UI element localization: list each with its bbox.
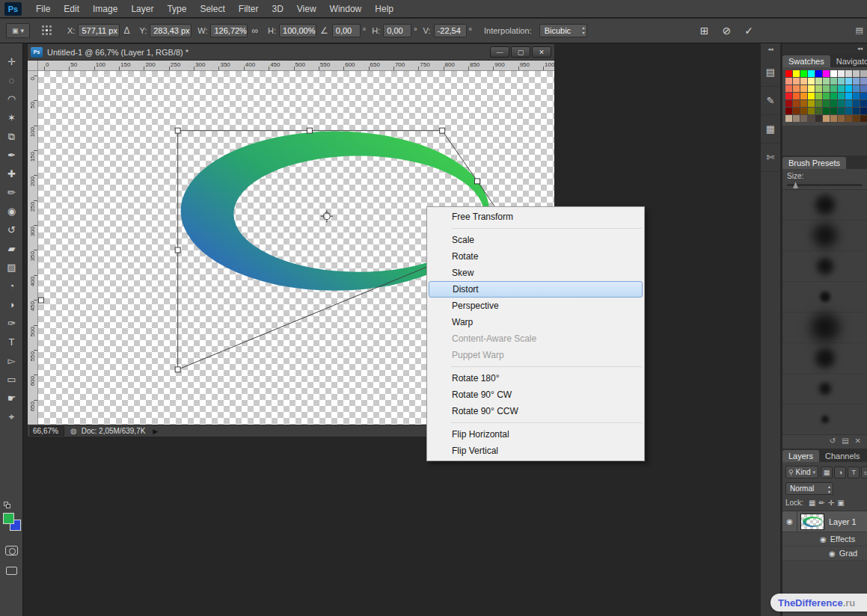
swatch[interactable] [853, 78, 860, 84]
swatch[interactable] [830, 93, 837, 99]
swatch[interactable] [838, 70, 845, 77]
swatch[interactable] [860, 85, 867, 92]
swatch[interactable] [860, 78, 867, 84]
brush-size-slider[interactable] [787, 184, 863, 186]
swatch[interactable] [853, 115, 860, 122]
context-item-rotate-90-cw[interactable]: Rotate 90° CW [427, 386, 644, 403]
swatch[interactable] [815, 78, 822, 84]
layer-filter-kind-select[interactable]: ⚲ Kind ▾ [785, 466, 818, 478]
swatch[interactable] [838, 78, 845, 84]
history-brush-tool[interactable]: ↺ [0, 221, 23, 239]
height-scale-input[interactable]: 100,00% [279, 24, 316, 37]
tab-brush-presets[interactable]: Brush Presets [782, 157, 846, 169]
interpolation-select[interactable]: Bicubic ▴▾ [539, 24, 587, 37]
link-dimensions-icon[interactable]: ∞ [251, 25, 258, 36]
layer-name[interactable]: Layer 1 [829, 517, 857, 526]
swatch[interactable] [860, 115, 867, 122]
path-selection-tool[interactable]: ▻ [0, 351, 23, 370]
context-item-rotate-90-ccw[interactable]: Rotate 90° CCW [427, 403, 644, 419]
type-tool[interactable]: T [0, 333, 23, 351]
swatch[interactable] [808, 115, 815, 122]
dodge-tool[interactable]: ◑ [0, 295, 23, 314]
pen-tool[interactable]: ✑ [0, 314, 23, 333]
swatch[interactable] [793, 85, 800, 92]
swatch[interactable] [785, 108, 792, 114]
swatch[interactable] [838, 85, 845, 92]
swatch[interactable] [800, 108, 807, 114]
swatch[interactable] [815, 70, 822, 77]
brush-preset[interactable] [782, 404, 867, 434]
default-colors-icon[interactable] [4, 502, 11, 509]
swatch[interactable] [800, 115, 807, 122]
swatch[interactable] [800, 100, 807, 107]
swatch[interactable] [793, 115, 800, 122]
h-skew-input[interactable]: 0,00 [383, 24, 411, 37]
swatch[interactable] [785, 115, 792, 122]
swatch[interactable] [823, 108, 830, 114]
swatch[interactable] [830, 70, 837, 77]
context-item-skew[interactable]: Skew [427, 265, 644, 281]
swatch[interactable] [785, 70, 792, 77]
brush-preset[interactable] [782, 312, 867, 343]
swatch[interactable] [793, 93, 800, 99]
lock-pixels-icon[interactable]: ✏ [818, 499, 824, 507]
filter-shape-layers-icon[interactable]: ▭ [861, 466, 867, 478]
move-tool[interactable]: ✛ [0, 52, 23, 71]
swatch[interactable] [808, 78, 815, 84]
transform-handle[interactable] [38, 298, 43, 303]
effects-row[interactable]: ◉ Effects [782, 532, 867, 546]
swatch[interactable] [838, 108, 845, 114]
swatch[interactable] [800, 70, 807, 77]
swatch[interactable] [845, 115, 852, 122]
swatch[interactable] [845, 78, 852, 84]
filter-adjustment-layers-icon[interactable]: ◑ [834, 466, 846, 478]
stepper-icon[interactable]: ▴▾ [583, 25, 585, 36]
clone-stamp-tool[interactable]: ◉ [0, 202, 23, 221]
swatch[interactable] [860, 70, 867, 77]
swatch[interactable] [860, 100, 867, 107]
swatch[interactable] [823, 100, 830, 107]
swatch[interactable] [838, 115, 845, 122]
swatch[interactable] [800, 85, 807, 92]
brush-preset[interactable] [782, 190, 867, 221]
swatch[interactable] [838, 93, 845, 99]
foreground-color-swatch[interactable] [3, 513, 14, 524]
context-item-rotate-180[interactable]: Rotate 180° [427, 370, 644, 386]
layer-row[interactable]: ◉ [782, 511, 867, 532]
gradient-overlay-row[interactable]: ◉ Grad [782, 546, 867, 561]
context-item-scale[interactable]: Scale [427, 232, 644, 248]
commit-transform-icon[interactable]: ✓ [744, 25, 753, 37]
swatch[interactable] [800, 78, 807, 84]
layer-thumbnail[interactable] [800, 514, 824, 530]
tool-preset-picker[interactable]: ▣ ▾ [6, 23, 30, 38]
swatch[interactable] [823, 93, 830, 99]
swatch[interactable] [785, 100, 792, 107]
swatch[interactable] [815, 108, 822, 114]
swatch[interactable] [823, 70, 830, 77]
swatch[interactable] [853, 85, 860, 92]
brush-tool[interactable]: ✏ [0, 183, 23, 202]
transform-handle[interactable] [175, 367, 180, 372]
swatch[interactable] [815, 115, 822, 122]
swatch[interactable] [793, 70, 800, 77]
swatch[interactable] [845, 93, 852, 99]
brush-preset[interactable] [782, 374, 867, 404]
menu-3d[interactable]: 3D [265, 0, 289, 18]
clone-source-panel-icon[interactable]: ✄ [761, 144, 780, 172]
swatch[interactable] [808, 100, 815, 107]
eraser-tool[interactable]: ▰ [0, 239, 23, 258]
swatch[interactable] [845, 70, 852, 77]
quick-mask-button[interactable] [5, 546, 18, 555]
close-button[interactable]: ✕ [532, 46, 551, 58]
crop-tool[interactable]: ⧉ [0, 127, 23, 146]
swatch[interactable] [853, 100, 860, 107]
swatch[interactable] [853, 108, 860, 114]
width-scale-input[interactable]: 126,72% [210, 24, 248, 37]
delete-brush-icon[interactable]: ✕ [855, 437, 861, 445]
context-item-flip-vertical[interactable]: Flip Vertical [427, 443, 644, 459]
menu-image[interactable]: Image [86, 0, 124, 18]
brush-preset[interactable] [782, 343, 867, 374]
context-item-perspective[interactable]: Perspective [427, 298, 644, 314]
context-item-distort[interactable]: Distort [429, 281, 643, 298]
brush-preset[interactable] [782, 221, 867, 251]
